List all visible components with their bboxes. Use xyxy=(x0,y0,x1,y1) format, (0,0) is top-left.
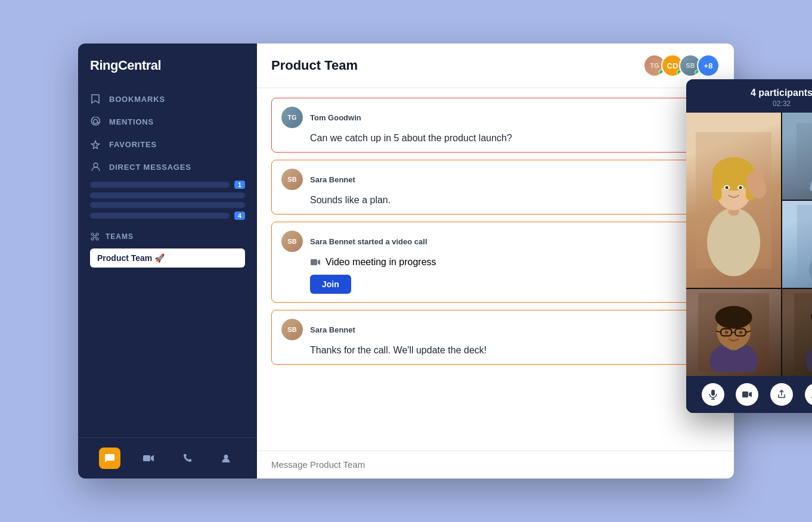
sidebar-item-label: MENTIONS xyxy=(109,117,154,126)
message-text: Thanks for the call. We'll update the de… xyxy=(281,345,709,356)
svg-rect-26 xyxy=(796,123,812,189)
message-text: Sounds like a plan. xyxy=(281,195,709,206)
chat-messages: TG Tom Goodwin Can we catch up in 5 abou… xyxy=(257,88,734,450)
mute-button[interactable] xyxy=(702,383,724,406)
team-item-label: Product Team 🚀 xyxy=(97,253,165,263)
participants-button[interactable] xyxy=(805,383,812,406)
app-container: RingCentral BOOKMARKS MENTIONS xyxy=(78,44,734,479)
dm-item[interactable] xyxy=(90,192,245,198)
video-controls xyxy=(686,376,812,413)
svg-rect-7 xyxy=(143,455,150,461)
sidebar-item-label: FAVORITES xyxy=(109,140,157,149)
svg-rect-68 xyxy=(742,392,748,397)
chat-header: Product Team TG CD SB xyxy=(257,44,734,88)
svg-rect-65 xyxy=(711,390,715,396)
svg-point-5 xyxy=(96,238,98,240)
message-avatar: TG xyxy=(281,107,303,128)
svg-point-20 xyxy=(726,186,729,189)
logo-area: RingCentral xyxy=(78,58,257,88)
dm-bar xyxy=(90,192,245,198)
dm-item[interactable]: 4 xyxy=(90,212,245,220)
dm-item[interactable]: 1 xyxy=(90,181,245,189)
sidebar-item-bookmarks[interactable]: BOOKMARKS xyxy=(78,88,257,110)
svg-point-4 xyxy=(91,238,94,240)
svg-point-47 xyxy=(715,306,752,329)
message-card: SB Sara Bennet Thanks for the call. We'l… xyxy=(271,310,720,365)
bookmark-icon xyxy=(90,94,101,104)
video-header: 4 participants 02:32 xyxy=(686,79,812,113)
sidebar-item-label: BOOKMARKS xyxy=(109,95,165,104)
star-icon xyxy=(90,139,101,150)
message-sender: Tom Goodwin xyxy=(310,113,361,122)
svg-point-3 xyxy=(96,233,98,235)
person-icon xyxy=(90,161,101,172)
footer-video-button[interactable] xyxy=(138,448,159,469)
sidebar-footer xyxy=(78,437,257,479)
message-avatar: SB xyxy=(281,169,303,190)
footer-user-button[interactable] xyxy=(215,448,237,469)
message-header: SB Sara Bennet started a video call xyxy=(281,231,709,252)
video-cell-3 xyxy=(782,201,812,288)
app-logo: RingCentral xyxy=(90,58,161,73)
teams-icon xyxy=(90,232,100,241)
video-cell-5 xyxy=(782,289,812,376)
message-card: TG Tom Goodwin Can we catch up in 5 abou… xyxy=(271,98,720,153)
message-sender: Sara Bennet started a video call xyxy=(310,237,427,246)
dm-badge: 4 xyxy=(234,212,245,220)
sidebar: RingCentral BOOKMARKS MENTIONS xyxy=(78,44,257,479)
video-cell-4 xyxy=(686,289,781,376)
message-header: SB Sara Bennet xyxy=(281,319,709,340)
avatar-more: +8 xyxy=(697,54,720,77)
svg-point-2 xyxy=(91,233,94,235)
svg-point-12 xyxy=(707,208,760,276)
svg-point-8 xyxy=(224,455,228,459)
camera-button[interactable] xyxy=(736,383,758,406)
svg-point-6 xyxy=(94,235,96,238)
avatar-initials: CD xyxy=(667,61,678,70)
message-input[interactable] xyxy=(271,459,720,470)
svg-point-0 xyxy=(94,120,98,124)
sidebar-item-favorites[interactable]: FAVORITES xyxy=(78,133,257,156)
main-chat: Product Team TG CD SB xyxy=(257,44,734,479)
message-text: Can we catch up in 5 about the product l… xyxy=(281,133,709,144)
video-call-panel: 4 participants 02:32 xyxy=(686,79,812,413)
video-timer: 02:32 xyxy=(696,100,812,108)
dm-item[interactable] xyxy=(90,202,245,208)
sidebar-item-direct-messages[interactable]: DIRECT MESSAGES xyxy=(78,156,257,178)
video-cell-2 xyxy=(782,113,812,200)
message-avatar: SB xyxy=(281,231,303,252)
dm-bar xyxy=(90,202,245,208)
dm-badge: 1 xyxy=(234,181,245,189)
video-participants-count: 4 participants xyxy=(696,88,812,98)
svg-point-21 xyxy=(739,186,742,189)
sidebar-item-mentions[interactable]: MENTIONS xyxy=(78,110,257,133)
video-meeting-label: Video meeting in progress xyxy=(326,257,436,268)
message-header: SB Sara Bennet xyxy=(281,169,709,190)
svg-rect-9 xyxy=(311,259,317,265)
dm-bar xyxy=(90,182,230,188)
footer-phone-button[interactable] xyxy=(176,448,198,469)
dm-bar xyxy=(90,213,230,219)
footer-chat-button[interactable] xyxy=(99,448,120,469)
chat-title: Product Team xyxy=(271,58,358,73)
svg-point-54 xyxy=(739,331,742,334)
header-avatars: TG CD SB +8 xyxy=(643,54,720,77)
teams-label: TEAMS xyxy=(106,232,134,241)
message-avatar: SB xyxy=(281,319,303,340)
teams-list: Product Team 🚀 xyxy=(78,246,257,282)
video-grid xyxy=(686,113,812,376)
join-button[interactable]: Join xyxy=(310,275,351,294)
at-icon xyxy=(90,116,101,127)
svg-rect-16 xyxy=(712,173,721,200)
dm-list: 1 4 xyxy=(78,178,257,222)
message-header: TG Tom Goodwin xyxy=(281,107,709,128)
chat-input-area[interactable] xyxy=(257,450,734,479)
more-count: +8 xyxy=(704,61,713,70)
teams-section-label: TEAMS xyxy=(78,222,257,246)
video-meeting-row: Video meeting in progress xyxy=(281,257,709,268)
svg-point-53 xyxy=(725,331,729,334)
team-item-product-team[interactable]: Product Team 🚀 xyxy=(90,248,245,268)
video-cell-1 xyxy=(686,113,781,288)
message-card-video: SB Sara Bennet started a video call Vide… xyxy=(271,222,720,303)
share-button[interactable] xyxy=(770,383,793,406)
